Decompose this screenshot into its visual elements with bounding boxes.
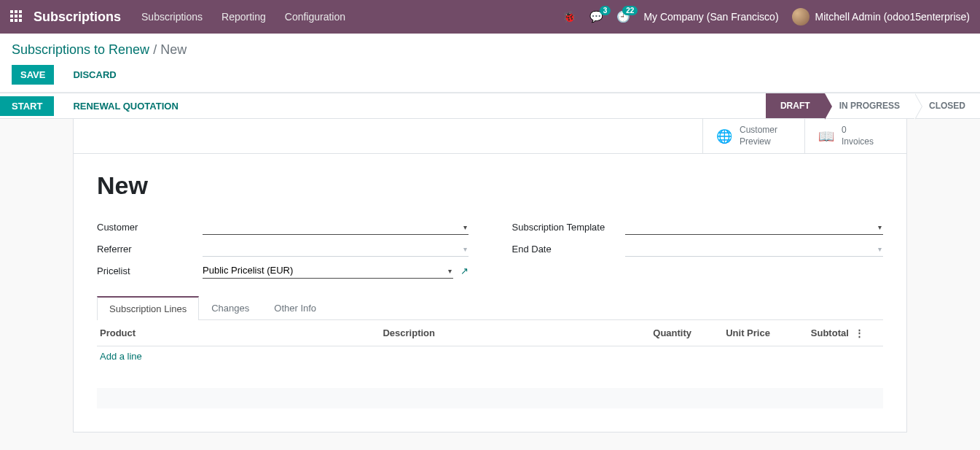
customer-label: Customer <box>97 222 203 233</box>
field-pricelist: Pricelist ▾ ↗ <box>97 263 469 279</box>
customer-preview-button[interactable]: 🌐 Customer Preview <box>702 119 804 153</box>
external-link-icon[interactable]: ↗ <box>460 265 469 276</box>
save-button[interactable]: SAVE <box>12 65 54 85</box>
bug-icon[interactable]: 🐞 <box>562 10 576 23</box>
end-date-input[interactable] <box>625 241 884 257</box>
book-icon: 📖 <box>818 128 834 144</box>
form-sheet: 🌐 Customer Preview 📖 0 Invoices New <box>73 119 907 432</box>
breadcrumb-current: New <box>160 42 187 57</box>
nav-item-subscriptions[interactable]: Subscriptions <box>141 11 203 23</box>
lines-table: Product Description Quantity Unit Price … <box>97 320 883 366</box>
messages-icon[interactable]: 💬 3 <box>589 10 603 23</box>
app-title[interactable]: Subscriptions <box>34 9 121 25</box>
navbar: Subscriptions Subscriptions Reporting Co… <box>0 0 980 34</box>
field-template: Subscription Template ▾ <box>512 219 884 235</box>
avatar <box>792 8 810 26</box>
breadcrumb-parent[interactable]: Subscriptions to Renew <box>12 42 149 57</box>
apps-icon[interactable] <box>10 10 23 23</box>
field-col-left: Customer ▾ Referrer ▾ <box>97 219 469 279</box>
col-product: Product <box>97 320 380 346</box>
referrer-input[interactable] <box>203 241 469 257</box>
company-selector[interactable]: My Company (San Francisco) <box>643 11 778 23</box>
nav-item-reporting[interactable]: Reporting <box>222 11 266 23</box>
nav-menu: Subscriptions Reporting Configuration <box>141 11 345 23</box>
sheet-body: New Customer ▾ Referrer <box>74 154 906 426</box>
discard-button[interactable]: DISCARD <box>64 65 125 85</box>
control-area: Subscriptions to Renew / New SAVE DISCAR… <box>0 34 980 93</box>
col-quantity: Quantity <box>616 320 694 346</box>
activities-icon[interactable]: 🕘 22 <box>616 10 630 23</box>
sheet-header: 🌐 Customer Preview 📖 0 Invoices <box>74 119 906 154</box>
nav-right: 🐞 💬 3 🕘 22 My Company (San Francisco) Mi… <box>562 8 970 26</box>
end-date-label: End Date <box>512 244 625 255</box>
field-columns: Customer ▾ Referrer ▾ <box>97 219 883 279</box>
customer-input[interactable] <box>203 219 469 235</box>
customer-preview-label: Customer Preview <box>740 125 777 147</box>
start-button[interactable]: START <box>0 96 54 116</box>
invoices-button[interactable]: 📖 0 Invoices <box>804 119 906 153</box>
field-col-right: Subscription Template ▾ End Date ▾ <box>512 219 884 279</box>
field-end-date: End Date ▾ <box>512 241 884 257</box>
activities-count: 22 <box>622 6 638 15</box>
pricelist-input[interactable] <box>203 263 453 279</box>
customer-preview-l1: Customer <box>740 125 777 136</box>
tabs: Subscription Lines Changes Other Info <box>97 296 883 320</box>
breadcrumb: Subscriptions to Renew / New <box>12 42 968 58</box>
breadcrumb-sep: / <box>153 42 160 57</box>
template-label: Subscription Template <box>512 222 625 233</box>
summary-strip <box>97 388 883 408</box>
nav-item-configuration[interactable]: Configuration <box>285 11 345 23</box>
referrer-label: Referrer <box>97 244 203 255</box>
user-name: Mitchell Admin (odoo15enterprise) <box>815 11 970 23</box>
globe-icon: 🌐 <box>716 128 732 144</box>
sheet-wrap: 🌐 Customer Preview 📖 0 Invoices New <box>0 119 980 432</box>
stage-closed[interactable]: CLOSED <box>914 93 980 118</box>
add-line-link[interactable]: Add a line <box>100 351 142 362</box>
col-description: Description <box>380 320 616 346</box>
customer-preview-l2: Preview <box>740 136 777 148</box>
invoices-label: 0 Invoices <box>842 125 874 147</box>
renewal-quotation-button[interactable]: RENEWAL QUOTATION <box>64 96 187 116</box>
messages-count: 3 <box>600 6 611 15</box>
stage-in-progress[interactable]: IN PROGRESS <box>825 93 914 118</box>
status-actions: START RENEWAL QUOTATION <box>0 96 187 116</box>
record-title: New <box>97 171 883 200</box>
user-menu[interactable]: Mitchell Admin (odoo15enterprise) <box>792 8 970 26</box>
template-input[interactable] <box>625 219 884 235</box>
pricelist-label: Pricelist <box>97 265 203 276</box>
col-subtotal: Subtotal <box>773 320 852 346</box>
field-referrer: Referrer ▾ <box>97 241 469 257</box>
col-unit-price: Unit Price <box>694 320 773 346</box>
field-customer: Customer ▾ <box>97 219 469 235</box>
tab-other-info[interactable]: Other Info <box>262 296 329 319</box>
tab-changes[interactable]: Changes <box>199 296 262 319</box>
col-options-icon[interactable]: ⋮ <box>852 320 883 346</box>
tab-subscription-lines[interactable]: Subscription Lines <box>97 296 199 320</box>
control-buttons: SAVE DISCARD <box>12 65 968 85</box>
status-bar: START RENEWAL QUOTATION DRAFT IN PROGRES… <box>0 93 980 119</box>
stage-draft[interactable]: DRAFT <box>766 93 825 118</box>
invoices-count: 0 <box>842 125 874 136</box>
status-stages: DRAFT IN PROGRESS CLOSED <box>766 93 980 118</box>
invoices-l2: Invoices <box>842 136 874 148</box>
